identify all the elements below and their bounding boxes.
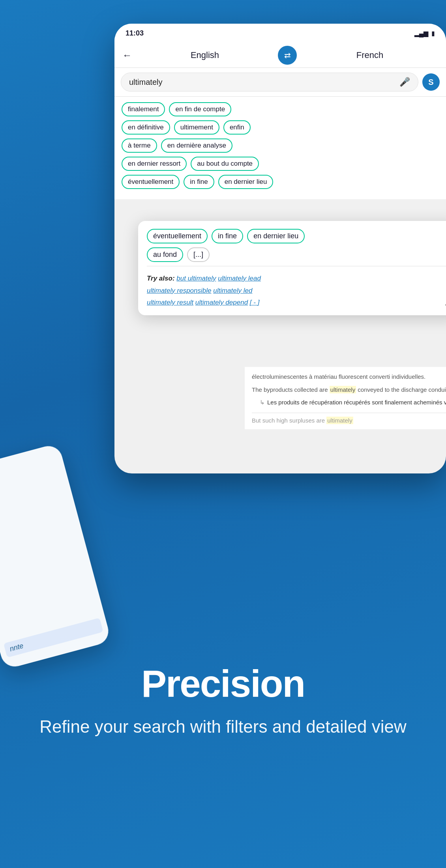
swap-languages-button[interactable]: ⇄: [278, 46, 297, 65]
exp-chip[interactable]: éventuellement: [147, 229, 208, 243]
try-also-text-3: ultimately result ultimately depend [ - …: [147, 297, 446, 309]
exp-row-1: éventuellement in fine en dernier lieu: [147, 229, 446, 243]
exp-row-2: au fond [...]: [147, 247, 446, 262]
highlight-ultimately-2: ultimately: [326, 417, 353, 424]
try-also-link-6[interactable]: ultimately depend: [195, 299, 248, 306]
try-also-section: ▲ Try also: but ultimately ultimately le…: [147, 266, 446, 315]
exp-chip-aufond[interactable]: au fond: [147, 247, 183, 262]
examples-area: électroluminescentes à matériau fluoresc…: [245, 367, 446, 429]
status-time: 11:03: [126, 29, 144, 37]
try-also-link-3[interactable]: ultimately responsible: [147, 287, 211, 294]
battery-icon: ▮: [431, 30, 435, 37]
trans-row-1: finalement en fin de compte: [122, 102, 439, 116]
translation-chip[interactable]: ultimement: [174, 120, 219, 135]
search-input[interactable]: ultimately 🎤: [121, 73, 418, 92]
try-also-link-4[interactable]: ultimately led: [213, 287, 252, 294]
try-also-more[interactable]: [ - ]: [250, 299, 260, 306]
precision-subtitle: Refine your search with filters and deta…: [39, 715, 406, 738]
target-language[interactable]: French: [302, 50, 438, 60]
precision-title: Precision: [141, 662, 305, 705]
translation-chip[interactable]: en définitive: [122, 120, 170, 135]
try-also-link-2[interactable]: ultimately lead: [218, 275, 261, 282]
main-phone-mockup: 11:03 ▂▄▆ ▮ ← English ⇄ French ultimatel…: [114, 24, 446, 473]
trans-row-2: en définitive ultimement enfin: [122, 120, 439, 135]
language-header: ← English ⇄ French: [114, 43, 446, 68]
trans-row-3: à terme en dernière analyse: [122, 138, 439, 153]
try-also-link-1[interactable]: but ultimately: [176, 275, 216, 282]
status-bar: 11:03 ▂▄▆ ▮: [114, 24, 446, 43]
try-also-text-2: ultimately responsible ultimately led: [147, 285, 446, 297]
search-bar: ultimately 🎤 S: [114, 68, 446, 97]
translations-area: finalement en fin de compte en définitiv…: [114, 97, 446, 199]
back-button[interactable]: ←: [122, 50, 132, 61]
translation-chip[interactable]: en dernier ressort: [122, 157, 187, 171]
search-query-text: ultimately: [129, 78, 162, 87]
trans-row-5: éventuellement in fine en dernier lieu: [122, 175, 439, 189]
example-sentence-2-en: The byproducts collected are ultimately …: [252, 385, 446, 395]
expanded-translations-panel: ▲ éventuellement in fine en dernier lieu…: [138, 221, 446, 315]
mic-icon[interactable]: 🎤: [399, 77, 410, 87]
trans-row-4: en dernier ressort au bout du compte: [122, 157, 439, 171]
exp-chip-more[interactable]: [...]: [187, 247, 210, 262]
source-language[interactable]: English: [137, 50, 273, 60]
collapse-arrow-bottom[interactable]: ▲: [444, 298, 446, 307]
translation-chip[interactable]: au bout du compte: [191, 157, 259, 171]
dictionary-icon[interactable]: S: [422, 73, 440, 91]
translation-chip[interactable]: en dernière analyse: [161, 138, 232, 153]
exp-chip[interactable]: en dernier lieu: [247, 229, 305, 243]
highlight-ultimately: ultimately: [330, 386, 356, 393]
translation-chip[interactable]: in fine: [184, 175, 214, 189]
exp-chip[interactable]: in fine: [212, 229, 243, 243]
example-sentence-2-fr: ↳Les produits de récupération récupérés …: [260, 398, 446, 407]
translation-chip[interactable]: enfin: [223, 120, 251, 135]
signal-icon: ▂▄▆: [414, 30, 428, 37]
try-also-text: Try also: but ultimately ultimately lead: [147, 273, 446, 285]
translation-chip[interactable]: éventuellement: [122, 175, 180, 189]
example-sentence-3-partial: But such high surpluses are ultimately: [252, 413, 446, 424]
try-also-link-5[interactable]: ultimately result: [147, 299, 193, 306]
example-sentence-partial-1: électroluminescentes à matériau fluoresc…: [252, 372, 446, 382]
translation-chip[interactable]: à terme: [122, 138, 157, 153]
translation-chip[interactable]: en fin de compte: [169, 102, 231, 116]
bottom-section: Precision Refine your search with filter…: [0, 533, 446, 868]
translation-chip[interactable]: finalement: [122, 102, 165, 116]
try-also-label: Try also:: [147, 275, 175, 282]
translation-chip[interactable]: en dernier lieu: [218, 175, 274, 189]
